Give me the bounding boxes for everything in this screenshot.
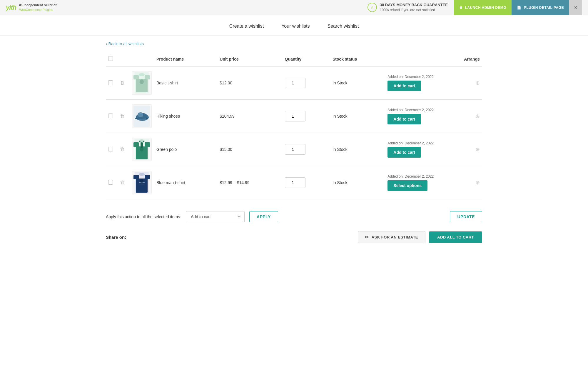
launch-admin-demo-button[interactable]: 🖥 LAUNCH ADMIN DEMO bbox=[454, 0, 512, 15]
svg-rect-21 bbox=[133, 175, 139, 179]
blue-tshirt-image bbox=[133, 172, 150, 193]
product-name-2: Hiking shoes bbox=[156, 114, 180, 119]
tagline-rank: #1 Independent Seller of bbox=[19, 3, 56, 7]
svg-point-18 bbox=[140, 147, 143, 151]
update-button[interactable]: UPDATE bbox=[450, 211, 482, 222]
tagline-woo: WooCommerce Plugins bbox=[19, 8, 56, 12]
product-image-1 bbox=[132, 71, 152, 95]
product-name-3: Green polo bbox=[156, 147, 177, 152]
top-bar-buttons: 🖥 LAUNCH ADMIN DEMO 📄 PLUGIN DETAIL PAGE… bbox=[454, 0, 582, 15]
row-checkbox-4[interactable] bbox=[108, 180, 113, 185]
table-row: 🗑 bbox=[106, 100, 482, 133]
delete-icon-1[interactable]: 🗑 bbox=[120, 80, 125, 85]
stock-status-2: In Stock bbox=[333, 114, 348, 119]
guarantee-section: ✓ 30 DAYS MONEY BACK GUARANTEE 100% refu… bbox=[368, 2, 448, 13]
col-unit-price: Unit price bbox=[217, 53, 282, 66]
select-options-button-4[interactable]: Select options bbox=[387, 180, 427, 191]
ask-for-estimate-button[interactable]: ✉ ASK FOR AN ESTIMATE bbox=[358, 231, 425, 243]
svg-rect-14 bbox=[133, 142, 139, 147]
stock-status-1: In Stock bbox=[333, 81, 348, 85]
shield-icon: ✓ bbox=[368, 3, 377, 12]
apply-label: Apply this action to all the selected it… bbox=[106, 214, 181, 219]
nav-create-wishlist[interactable]: Create a wishlist bbox=[229, 24, 264, 29]
quantity-input-4[interactable] bbox=[285, 177, 305, 188]
nav-your-wishlists[interactable]: Your wishlists bbox=[281, 24, 310, 29]
drag-handle-1[interactable]: ⊕ bbox=[475, 80, 480, 86]
add-to-cart-button-1[interactable]: Add to cart bbox=[387, 81, 421, 91]
guarantee-title: 30 DAYS MONEY BACK GUARANTEE bbox=[380, 2, 448, 8]
product-name-4: Blue man t-shirt bbox=[156, 180, 185, 185]
drag-handle-3[interactable]: ⊕ bbox=[475, 146, 480, 152]
product-image-2 bbox=[132, 104, 152, 128]
apply-button[interactable]: APPLY bbox=[249, 211, 278, 222]
page-icon: 📄 bbox=[517, 6, 522, 10]
product-name-1: Basic t-shirt bbox=[156, 81, 178, 85]
quantity-input-1[interactable] bbox=[285, 78, 305, 88]
monitor-icon: 🖥 bbox=[459, 6, 463, 10]
table-row: 🗑 bbox=[106, 133, 482, 166]
wishlist-table: Product name Unit price Quantity Stock s… bbox=[106, 53, 482, 199]
add-all-to-cart-button[interactable]: ADD ALL TO CART bbox=[429, 231, 482, 243]
svg-rect-25 bbox=[139, 184, 144, 184]
share-bar: Share on: ✉ ASK FOR AN ESTIMATE ADD ALL … bbox=[106, 228, 482, 243]
email-icon: ✉ bbox=[365, 235, 369, 239]
col-arrange: Arrange bbox=[462, 53, 482, 66]
svg-point-10 bbox=[135, 118, 138, 119]
product-price-3: $15.00 bbox=[220, 147, 232, 152]
product-price-2: $104.99 bbox=[220, 114, 235, 119]
product-price-1: $12.00 bbox=[220, 81, 232, 85]
back-to-wishlists-link[interactable]: ‹ Back to all wishlists bbox=[106, 41, 144, 46]
col-quantity: Quantity bbox=[283, 53, 330, 66]
share-label: Share on: bbox=[106, 235, 126, 240]
svg-rect-3 bbox=[145, 75, 150, 79]
main-content: ‹ Back to all wishlists Product name Uni… bbox=[97, 36, 491, 249]
guarantee-sub: 100% refund if you are not satisfied bbox=[380, 8, 448, 13]
delete-icon-4[interactable]: 🗑 bbox=[120, 180, 125, 185]
add-to-cart-button-3[interactable]: Add to cart bbox=[387, 147, 421, 158]
quantity-input-2[interactable] bbox=[285, 111, 305, 121]
product-price-4: $12.99 – $14.99 bbox=[220, 180, 249, 185]
col-product-name: Product name bbox=[154, 53, 217, 66]
table-row: 🗑 bbox=[106, 166, 482, 199]
row-checkbox-3[interactable] bbox=[108, 147, 113, 151]
added-on-1: Added on: December 2, 2022 bbox=[387, 75, 459, 79]
logo-area: yith #1 Independent Seller of WooCommerc… bbox=[6, 3, 56, 12]
plugin-detail-button[interactable]: 📄 PLUGIN DETAIL PAGE bbox=[512, 0, 569, 15]
svg-point-1 bbox=[139, 73, 145, 76]
close-topbar-button[interactable]: X bbox=[569, 0, 582, 15]
top-bar: yith #1 Independent Seller of WooCommerc… bbox=[0, 0, 588, 15]
table-row: 🗑 Basic t-s bbox=[106, 66, 482, 100]
col-stock-status: Stock status bbox=[330, 53, 385, 66]
svg-rect-9 bbox=[139, 112, 142, 114]
svg-point-20 bbox=[139, 173, 145, 176]
share-actions: ✉ ASK FOR AN ESTIMATE ADD ALL TO CART bbox=[358, 231, 482, 243]
nav-bar: Create a wishlist Your wishlists Search … bbox=[0, 15, 588, 36]
added-on-4: Added on: December 2, 2022 bbox=[387, 174, 459, 179]
svg-point-5 bbox=[140, 79, 144, 84]
yith-logo: yith bbox=[6, 4, 16, 11]
quantity-input-3[interactable] bbox=[285, 144, 305, 155]
row-checkbox-1[interactable] bbox=[108, 80, 113, 85]
select-all-checkbox[interactable] bbox=[108, 56, 113, 61]
action-select[interactable]: Add to cart Remove bbox=[186, 211, 245, 222]
delete-icon-3[interactable]: 🗑 bbox=[120, 147, 125, 152]
hiking-shoes-image bbox=[133, 106, 150, 127]
bottom-action-bar: Apply this action to all the selected it… bbox=[106, 206, 482, 222]
drag-handle-2[interactable]: ⊕ bbox=[475, 113, 480, 119]
added-on-3: Added on: December 2, 2022 bbox=[387, 141, 459, 145]
guarantee-text: 30 DAYS MONEY BACK GUARANTEE 100% refund… bbox=[380, 2, 448, 13]
basic-tshirt-image bbox=[133, 72, 150, 94]
delete-icon-2[interactable]: 🗑 bbox=[120, 114, 125, 119]
row-checkbox-2[interactable] bbox=[108, 114, 113, 118]
add-to-cart-button-2[interactable]: Add to cart bbox=[387, 114, 421, 124]
stock-status-3: In Stock bbox=[333, 147, 348, 152]
drag-handle-4[interactable]: ⊕ bbox=[475, 180, 480, 186]
svg-point-26 bbox=[140, 179, 143, 183]
product-image-4 bbox=[132, 171, 152, 194]
green-polo-image bbox=[133, 139, 150, 160]
svg-rect-2 bbox=[133, 75, 139, 79]
added-on-2: Added on: December 2, 2022 bbox=[387, 108, 459, 112]
product-image-3 bbox=[132, 138, 152, 161]
nav-search-wishlist[interactable]: Search wishlist bbox=[328, 24, 359, 29]
tagline: #1 Independent Seller of WooCommerce Plu… bbox=[19, 3, 56, 12]
